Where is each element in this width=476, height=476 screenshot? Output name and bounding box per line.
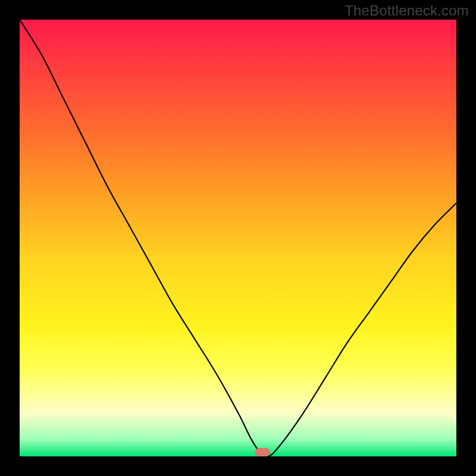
minimum-marker [255, 448, 270, 456]
attribution-text: TheBottleneck.com [345, 2, 469, 19]
bottleneck-curve [20, 20, 456, 456]
chart-frame: TheBottleneck.com [0, 0, 476, 476]
plot-area [20, 20, 456, 456]
curve-svg [20, 20, 456, 456]
